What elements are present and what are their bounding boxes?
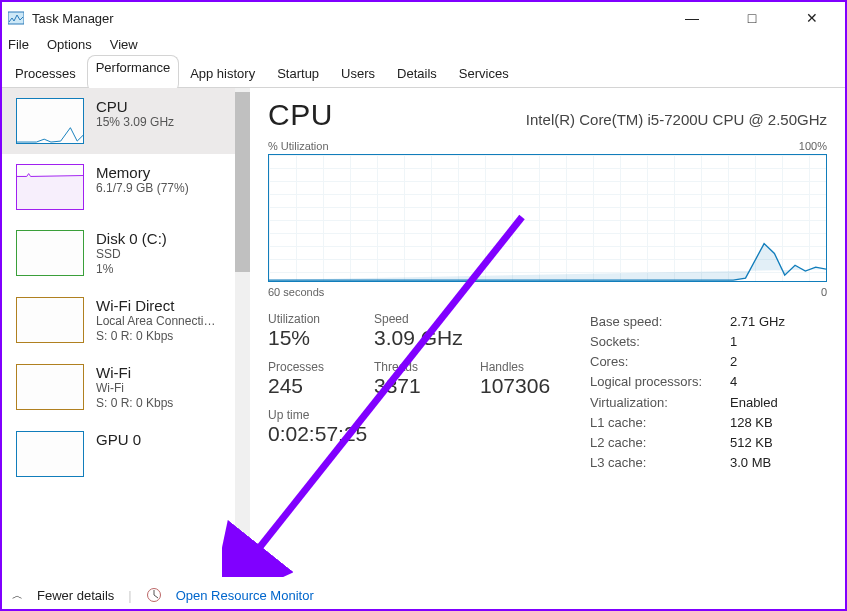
sidebar-sub: SSD [96, 247, 167, 262]
stat-value-utilization: 15% [268, 326, 346, 350]
tab-services[interactable]: Services [448, 59, 520, 88]
sidebar-sub: Wi-Fi [96, 381, 173, 396]
sidebar-sub: S: 0 R: 0 Kbps [96, 396, 173, 411]
menu-options[interactable]: Options [47, 37, 92, 52]
footer: ︿ Fewer details | Open Resource Monitor [12, 581, 835, 603]
disk-mini-graph [16, 230, 84, 276]
cpu-model: Intel(R) Core(TM) i5-7200U CPU @ 2.50GHz [526, 111, 827, 128]
close-button[interactable]: ✕ [797, 10, 827, 26]
stat-label-threads: Threads [374, 360, 452, 374]
spec-value-l3: 3.0 MB [730, 453, 771, 473]
menu-file[interactable]: File [8, 37, 29, 52]
sidebar-item-memory[interactable]: Memory 6.1/7.9 GB (77%) [2, 154, 250, 220]
sidebar-title: Wi-Fi [96, 364, 173, 381]
spec-label-lp: Logical processors: [590, 372, 730, 392]
spec-label-cores: Cores: [590, 352, 730, 372]
sidebar-item-wifi[interactable]: Wi-Fi Wi-Fi S: 0 R: 0 Kbps [2, 354, 250, 421]
sidebar-scrollbar[interactable] [235, 88, 250, 558]
graph-y-label: % Utilization [268, 140, 329, 152]
wifi-mini-graph [16, 364, 84, 410]
sidebar-title: Wi-Fi Direct [96, 297, 215, 314]
stat-value-processes: 245 [268, 374, 346, 398]
spec-value-cores: 2 [730, 352, 737, 372]
sidebar-title: GPU 0 [96, 431, 141, 448]
tab-performance[interactable]: Performance [87, 55, 179, 92]
stat-label-utilization: Utilization [268, 312, 346, 326]
sidebar-title: Memory [96, 164, 189, 181]
sidebar-item-cpu[interactable]: CPU 15% 3.09 GHz [2, 88, 250, 154]
sidebar: CPU 15% 3.09 GHz Memory 6.1/7.9 GB (77%)… [2, 88, 250, 558]
tab-app-history[interactable]: App history [179, 59, 266, 88]
chevron-up-icon[interactable]: ︿ [12, 588, 23, 603]
sidebar-sub: 15% 3.09 GHz [96, 115, 174, 130]
stat-value-uptime: 0:02:57:25 [268, 422, 367, 446]
tab-details[interactable]: Details [386, 59, 448, 88]
graph-x-right: 0 [821, 286, 827, 298]
stat-label-processes: Processes [268, 360, 346, 374]
stat-value-speed: 3.09 GHz [374, 326, 463, 350]
spec-value-l1: 128 KB [730, 413, 773, 433]
spec-label-l2: L2 cache: [590, 433, 730, 453]
main-panel: CPU Intel(R) Core(TM) i5-7200U CPU @ 2.5… [250, 88, 845, 558]
content-area: CPU 15% 3.09 GHz Memory 6.1/7.9 GB (77%)… [2, 88, 845, 558]
menu-view[interactable]: View [110, 37, 138, 52]
titlebar: Task Manager — □ ✕ [2, 2, 845, 34]
fewer-details-button[interactable]: Fewer details [37, 588, 114, 603]
spec-value-sockets: 1 [730, 332, 737, 352]
tab-processes[interactable]: Processes [4, 59, 87, 88]
graph-x-left: 60 seconds [268, 286, 324, 298]
sidebar-title: CPU [96, 98, 174, 115]
spec-value-base: 2.71 GHz [730, 312, 785, 332]
stat-label-speed: Speed [374, 312, 463, 326]
stat-label-uptime: Up time [268, 408, 367, 422]
scrollbar-thumb[interactable] [235, 92, 250, 272]
sidebar-sub: 6.1/7.9 GB (77%) [96, 181, 189, 196]
spec-label-sockets: Sockets: [590, 332, 730, 352]
tab-startup[interactable]: Startup [266, 59, 330, 88]
sidebar-item-gpu0[interactable]: GPU 0 [2, 421, 250, 487]
maximize-button[interactable]: □ [737, 10, 767, 26]
spec-value-l2: 512 KB [730, 433, 773, 453]
spec-label-virt: Virtualization: [590, 393, 730, 413]
sidebar-title: Disk 0 (C:) [96, 230, 167, 247]
resource-monitor-icon [146, 587, 162, 603]
spec-value-lp: 4 [730, 372, 737, 392]
minimize-button[interactable]: — [677, 10, 707, 26]
cpu-mini-graph [16, 98, 84, 144]
stat-value-threads: 3371 [374, 374, 452, 398]
sidebar-sub: Local Area Connecti… [96, 314, 215, 329]
cpu-utilization-graph[interactable] [268, 154, 827, 282]
main-heading: CPU [268, 98, 333, 132]
tab-bar: Processes Performance App history Startu… [2, 58, 845, 88]
tab-users[interactable]: Users [330, 59, 386, 88]
divider: | [128, 588, 131, 603]
spec-label-l3: L3 cache: [590, 453, 730, 473]
sidebar-sub: 1% [96, 262, 167, 277]
stat-label-handles: Handles [480, 360, 558, 374]
memory-mini-graph [16, 164, 84, 210]
task-manager-icon [8, 10, 24, 26]
sidebar-item-wifi-direct[interactable]: Wi-Fi Direct Local Area Connecti… S: 0 R… [2, 287, 250, 354]
gpu-mini-graph [16, 431, 84, 477]
spec-value-virt: Enabled [730, 393, 778, 413]
graph-y-max: 100% [799, 140, 827, 152]
open-resource-monitor-link[interactable]: Open Resource Monitor [176, 588, 314, 603]
spec-label-base: Base speed: [590, 312, 730, 332]
spec-label-l1: L1 cache: [590, 413, 730, 433]
sidebar-item-disk0[interactable]: Disk 0 (C:) SSD 1% [2, 220, 250, 287]
sidebar-sub: S: 0 R: 0 Kbps [96, 329, 215, 344]
window-title: Task Manager [32, 11, 114, 26]
stat-value-handles: 107306 [480, 374, 558, 398]
wifi-direct-mini-graph [16, 297, 84, 343]
svg-rect-1 [17, 176, 83, 209]
